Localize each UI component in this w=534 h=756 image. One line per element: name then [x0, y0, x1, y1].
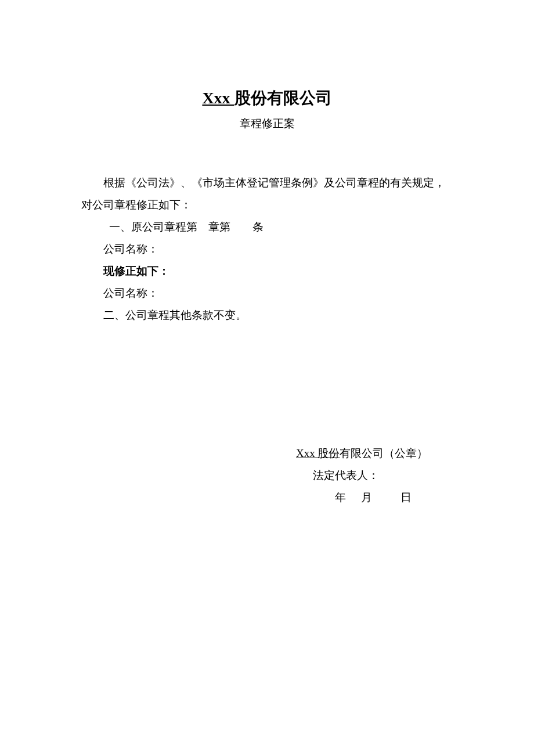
amend-label: 现修正如下： [81, 260, 453, 282]
company-name-amended: 公司名称： [81, 282, 453, 304]
title-company-suffix: 股份有限公司 [234, 89, 332, 107]
document-title: Xxx 股份有限公司 [81, 87, 453, 109]
signature-block: Xxx 股份有限公司（公章） 法定代表人： 年 月 日 [81, 442, 453, 509]
item-1: 一、原公司章程第 章第 条 [81, 216, 453, 238]
document-body: 根据《公司法》、《市场主体登记管理条例》及公司章程的有关规定，对公司章程修正如下… [81, 172, 453, 326]
signature-date: 年 月 日 [296, 487, 453, 509]
item-2: 二、公司章程其他条款不变。 [81, 304, 453, 326]
signature-company: Xxx 股份有限公司（公章） [296, 442, 453, 465]
company-name-original: 公司名称： [81, 238, 453, 260]
document-subtitle: 章程修正案 [81, 116, 453, 131]
title-company-prefix: Xxx [202, 89, 234, 107]
intro-paragraph: 根据《公司法》、《市场主体登记管理条例》及公司章程的有关规定，对公司章程修正如下… [81, 172, 453, 216]
signature-legal-rep: 法定代表人： [296, 465, 453, 487]
signature-company-prefix: Xxx 股份 [296, 447, 340, 459]
signature-company-suffix: 有限公司（公章） [340, 447, 428, 459]
